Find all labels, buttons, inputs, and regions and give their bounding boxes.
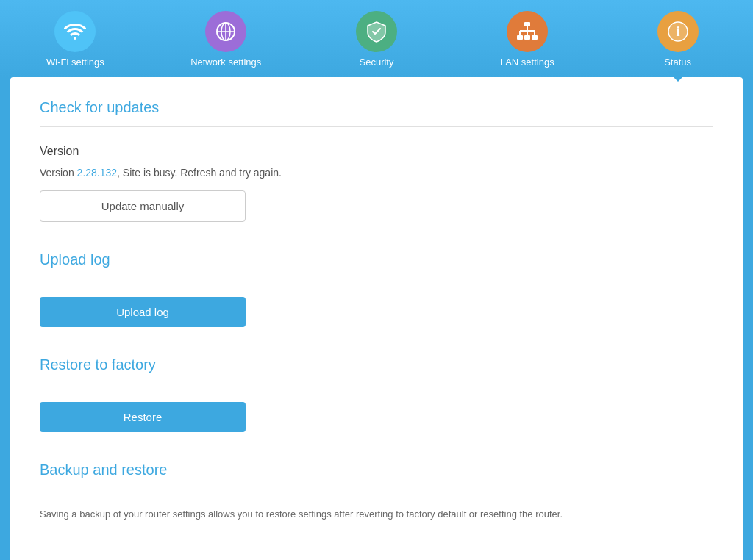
- version-text: Version 2.28.132, Site is busy. Refresh …: [40, 167, 713, 179]
- svg-rect-7: [532, 35, 538, 40]
- main-content: Check for updates Version Version 2.28.1…: [10, 77, 743, 560]
- backup-restore-divider: [40, 489, 713, 489]
- wifi-icon: [64, 21, 86, 43]
- svg-rect-5: [517, 35, 523, 40]
- security-label: Security: [360, 57, 394, 68]
- lan-label: LAN settings: [500, 57, 554, 68]
- lan-icon: [515, 21, 539, 43]
- active-indicator: [668, 71, 688, 82]
- status-icon: i: [667, 21, 689, 43]
- top-navigation: Wi-Fi settings Network settings Security: [0, 0, 753, 77]
- network-icon: [215, 21, 237, 43]
- restore-button[interactable]: Restore: [40, 402, 246, 432]
- network-label: Network settings: [190, 57, 261, 68]
- section-check-updates: Check for updates Version Version 2.28.1…: [40, 99, 713, 222]
- section-restore-factory: Restore to factory Restore: [40, 356, 713, 432]
- status-label: Status: [664, 57, 691, 68]
- upload-log-divider: [40, 279, 713, 279]
- lan-icon-circle: [507, 11, 548, 52]
- wifi-label: Wi-Fi settings: [46, 57, 104, 68]
- backup-description: Saving a backup of your router settings …: [40, 507, 713, 522]
- upload-log-title: Upload log: [40, 251, 713, 268]
- security-icon: [365, 21, 388, 43]
- version-number[interactable]: 2.28.132: [77, 167, 118, 179]
- restore-factory-title: Restore to factory: [40, 356, 713, 373]
- version-prefix: Version: [40, 167, 77, 179]
- check-updates-divider: [40, 126, 713, 127]
- nav-item-status[interactable]: i Status: [602, 7, 753, 71]
- update-manually-button[interactable]: Update manually: [40, 190, 246, 222]
- nav-item-security[interactable]: Security: [301, 7, 452, 71]
- nav-item-network[interactable]: Network settings: [151, 7, 301, 71]
- nav-item-wifi[interactable]: Wi-Fi settings: [0, 7, 151, 71]
- restore-factory-divider: [40, 384, 713, 384]
- section-upload-log: Upload log Upload log: [40, 251, 713, 327]
- svg-rect-6: [524, 35, 530, 40]
- upload-log-button[interactable]: Upload log: [40, 297, 246, 327]
- wifi-icon-circle: [54, 11, 96, 52]
- nav-item-lan[interactable]: LAN settings: [452, 7, 602, 71]
- backup-restore-title: Backup and restore: [40, 462, 713, 478]
- security-icon-circle: [356, 11, 397, 52]
- svg-text:i: i: [676, 24, 679, 39]
- version-container: Version Version 2.28.132, Site is busy. …: [40, 145, 713, 222]
- version-suffix: , Site is busy. Refresh and try again.: [117, 167, 282, 179]
- check-updates-title: Check for updates: [40, 99, 713, 116]
- status-icon-circle: i: [657, 11, 699, 52]
- svg-rect-4: [524, 22, 530, 26]
- network-icon-circle: [205, 11, 246, 52]
- section-backup-restore: Backup and restore Saving a backup of yo…: [40, 462, 713, 522]
- version-label: Version: [40, 145, 713, 158]
